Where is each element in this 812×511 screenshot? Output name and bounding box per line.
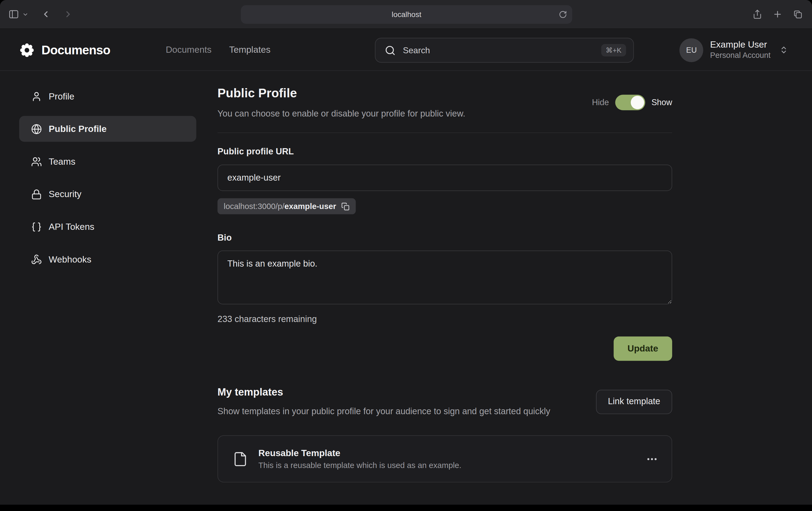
chars-remaining: 233 characters remaining <box>218 314 672 325</box>
globe-icon <box>31 124 42 134</box>
search-placeholder: Search <box>403 46 601 55</box>
search-bar[interactable]: Search ⌘+K <box>375 38 634 63</box>
toolbar-chevron-down-icon[interactable] <box>22 11 28 17</box>
show-label: Show <box>651 98 672 107</box>
url-field-label: Public profile URL <box>218 147 672 157</box>
account-menu[interactable]: EU Example User Personal Account <box>679 29 788 71</box>
templates-title: My templates <box>218 385 550 398</box>
search-shortcut-badge: ⌘+K <box>601 44 626 57</box>
webhook-icon <box>31 254 42 265</box>
account-menu-chevron-icon <box>779 46 788 54</box>
toolbar-right-group <box>753 9 803 19</box>
share-icon[interactable] <box>753 9 762 19</box>
brand[interactable]: Documenso <box>19 29 110 71</box>
sidebar-item-api-tokens[interactable]: API Tokens <box>19 214 196 240</box>
toggle-knob <box>631 96 644 109</box>
templates-subtitle: Show templates in your public profile fo… <box>218 405 550 418</box>
documenso-logo-icon <box>19 42 35 58</box>
link-template-button[interactable]: Link template <box>596 390 672 414</box>
settings-sidebar: Profile Public Profile Teams <box>0 71 218 505</box>
templates-head-text: My templates Show templates in your publ… <box>218 385 550 418</box>
new-tab-icon[interactable] <box>773 9 782 19</box>
sidebar-item-profile[interactable]: Profile <box>19 83 196 109</box>
browser-toolbar: localhost <box>0 0 812 29</box>
divider <box>218 132 672 133</box>
users-icon <box>31 156 42 167</box>
templates-head: My templates Show templates in your publ… <box>218 385 672 418</box>
nav-documents[interactable]: Documents <box>166 44 211 55</box>
public-profile-link-chip: localhost:3000/p/example-user <box>218 198 356 214</box>
brand-name: Documenso <box>41 43 110 57</box>
screen: localhost <box>0 0 812 511</box>
address-url: localhost <box>392 10 422 19</box>
forward-icon[interactable] <box>63 9 73 19</box>
template-description: This is a reusable template which is use… <box>258 461 461 470</box>
sidebar-item-label: Webhooks <box>49 254 91 265</box>
public-profile-panel: Public Profile You can choose to enable … <box>218 71 672 505</box>
sidebar-toggle-icon[interactable] <box>8 9 19 20</box>
page-subtitle: You can choose to enable or disable your… <box>218 108 465 120</box>
sidebar-item-label: Security <box>49 189 81 200</box>
public-profile-url-input[interactable] <box>218 164 672 191</box>
lock-icon <box>31 189 42 200</box>
template-menu-ellipsis-icon[interactable] <box>646 453 658 465</box>
toolbar-left-group <box>8 9 76 20</box>
update-button[interactable]: Update <box>613 336 672 361</box>
search-icon <box>385 45 396 56</box>
page-title: Public Profile <box>218 85 465 101</box>
profile-visibility-toggle[interactable] <box>615 95 645 110</box>
sidebar-item-webhooks[interactable]: Webhooks <box>19 246 196 272</box>
update-row: Update <box>218 336 672 361</box>
sidebar-item-teams[interactable]: Teams <box>19 148 196 174</box>
user-name: Example User <box>710 39 771 51</box>
address-bar[interactable]: localhost <box>241 5 572 24</box>
section-head: Public Profile You can choose to enable … <box>218 85 672 120</box>
hide-label: Hide <box>592 98 609 107</box>
nav-templates[interactable]: Templates <box>229 44 270 55</box>
avatar: EU <box>679 38 703 62</box>
sidebar-item-label: API Tokens <box>49 221 94 232</box>
user-meta: Example User Personal Account <box>710 39 771 61</box>
bio-field-label: Bio <box>218 233 672 243</box>
tab-overview-icon[interactable] <box>793 9 803 19</box>
sidebar-item-public-profile[interactable]: Public Profile <box>19 116 196 142</box>
template-card[interactable]: Reusable Template This is a reusable tem… <box>218 435 672 482</box>
bio-textarea[interactable]: This is an example bio. <box>218 251 672 304</box>
link-text: localhost:3000/p/example-user <box>224 202 336 211</box>
browser-window: localhost <box>0 0 812 505</box>
desktop-strip <box>0 505 812 511</box>
copy-icon[interactable] <box>341 202 350 211</box>
file-icon <box>233 451 248 467</box>
section-head-text: Public Profile You can choose to enable … <box>218 85 465 120</box>
sidebar-item-label: Teams <box>49 156 76 167</box>
back-icon[interactable] <box>41 9 51 19</box>
reload-icon[interactable] <box>559 10 567 19</box>
user-icon <box>31 91 42 102</box>
app-header: Documenso Documents Templates Search ⌘+K… <box>0 29 812 71</box>
top-nav: Documents Templates <box>166 29 270 71</box>
user-account-type: Personal Account <box>710 51 771 61</box>
visibility-controls: Hide Show <box>592 95 672 110</box>
sidebar-item-security[interactable]: Security <box>19 181 196 207</box>
template-meta: Reusable Template This is a reusable tem… <box>258 448 461 470</box>
content: Profile Public Profile Teams <box>0 71 812 505</box>
template-name: Reusable Template <box>258 448 461 458</box>
sidebar-item-label: Public Profile <box>49 124 107 134</box>
braces-icon <box>31 221 42 232</box>
sidebar-item-label: Profile <box>49 91 75 102</box>
